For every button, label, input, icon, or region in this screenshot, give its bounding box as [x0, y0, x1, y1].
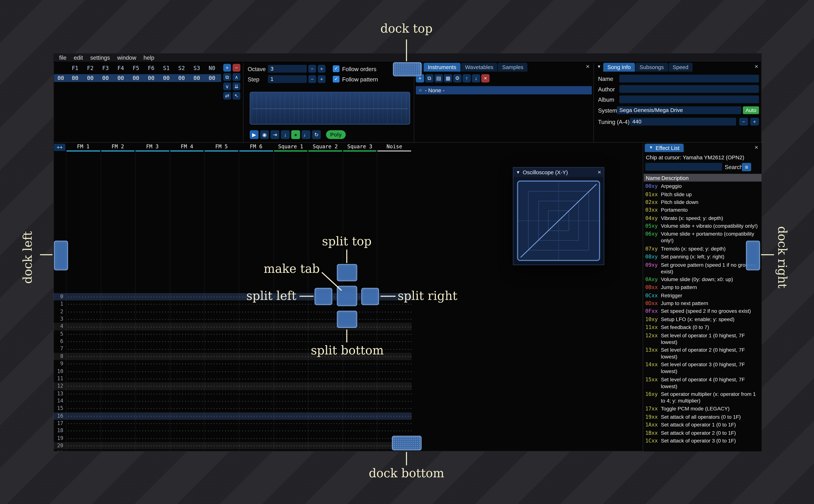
octave-decrease-button[interactable]: − [308, 65, 316, 73]
channel-header-square-2[interactable]: Square 2 [308, 143, 343, 151]
instrument-options-button[interactable]: ⚙ [453, 74, 462, 83]
split-target-bottom[interactable] [337, 311, 357, 328]
pattern-row-4[interactable]: 4 [53, 323, 412, 330]
pattern-row-14[interactable]: 14 [53, 397, 412, 405]
save-instrument-button[interactable]: ▦ [444, 74, 452, 83]
metronome-button[interactable]: ♩ [301, 130, 310, 139]
tab-speed[interactable]: Speed [668, 63, 693, 72]
step-decrease-button[interactable]: − [308, 75, 316, 83]
name-field[interactable] [619, 75, 759, 83]
pattern-row-19[interactable]: 19 [53, 435, 412, 442]
channel-header-noise[interactable]: Noise [377, 143, 412, 151]
pattern-row-9[interactable]: 9 [53, 360, 412, 367]
remove-order-button[interactable]: − [233, 64, 240, 71]
collapse-icon[interactable]: ▼ [597, 64, 601, 69]
menu-item-help[interactable]: help [140, 54, 158, 61]
order-value-cell[interactable]: 00 [98, 74, 113, 82]
pattern-row-20[interactable]: 20 [53, 442, 412, 449]
system-field[interactable]: Sega Genesis/Mega Drive [617, 106, 741, 114]
repeat-pattern-button[interactable]: ↻ [312, 130, 321, 139]
delete-instrument-button[interactable]: × [481, 74, 490, 83]
poly-toggle-button[interactable]: Poly [326, 130, 346, 139]
step-input[interactable]: 1 [268, 75, 307, 83]
pattern-view[interactable]: 0123456789101112131415161718192021 [53, 151, 412, 451]
close-song-info-icon[interactable]: × [753, 63, 760, 71]
duplicate-order-button[interactable]: ⧉ [223, 73, 231, 81]
pattern-row-3[interactable]: 3 [53, 315, 412, 323]
channel-header-fm-2[interactable]: FM 2 [100, 143, 135, 151]
play-from-cursor-button[interactable]: ⇥ [270, 130, 279, 139]
order-change-mode-button[interactable]: ⇄ [223, 92, 231, 99]
tab-effect-list[interactable]: ▼ Effect List [645, 144, 684, 152]
tab-wavetables[interactable]: Wavetables [461, 63, 497, 72]
pattern-row-12[interactable]: 12 [53, 382, 412, 390]
pattern-row-10[interactable]: 10 [53, 367, 412, 375]
pattern-row-1[interactable]: 1 [53, 301, 412, 308]
close-effect-list-icon[interactable]: × [753, 144, 760, 151]
tuning-decrease-button[interactable]: − [739, 118, 748, 125]
tab-samples[interactable]: Samples [498, 63, 528, 72]
channel-header-square-3[interactable]: Square 3 [342, 143, 377, 151]
tab-song-info[interactable]: Song Info [603, 63, 635, 72]
channel-header-fm-5[interactable]: FM 5 [204, 143, 239, 151]
play-button[interactable]: ▶ [250, 130, 259, 139]
duplicate-instrument-button[interactable]: ⧉ [425, 74, 434, 83]
pattern-row-2[interactable]: 2 [53, 308, 412, 315]
order-value-cell[interactable]: 00 [174, 74, 189, 82]
menu-item-file[interactable]: file [55, 54, 70, 61]
channel-header-fm-3[interactable]: FM 3 [135, 143, 170, 151]
duplicate-order-deep-button[interactable]: ⇊ [233, 83, 240, 90]
dock-target-bottom[interactable] [392, 436, 422, 450]
follow-pattern-checkbox[interactable]: ✓ [333, 76, 339, 83]
pattern-row-16[interactable]: 16 [53, 412, 412, 420]
make-tab-target[interactable] [337, 286, 357, 306]
edit-record-button[interactable]: ● [291, 130, 300, 139]
step-increase-button[interactable]: + [318, 75, 325, 83]
effect-search-input[interactable] [645, 163, 722, 171]
pattern-row-21[interactable]: 21 [53, 449, 412, 451]
move-instrument-down-button[interactable]: ↓ [472, 74, 480, 83]
order-edit-cursor-button[interactable]: ↖ [233, 92, 240, 99]
stop-button[interactable]: ↓ [281, 130, 290, 139]
author-field[interactable] [619, 85, 759, 93]
split-target-left[interactable] [315, 288, 332, 305]
tuning-field[interactable]: 440 [630, 118, 736, 125]
play-pattern-button[interactable]: ◉ [260, 130, 269, 139]
close-oscilloscope-icon[interactable]: × [598, 169, 601, 176]
open-instrument-button[interactable]: ▤ [435, 74, 443, 83]
pattern-row-13[interactable]: 13 [53, 390, 412, 397]
pattern-row-5[interactable]: 5 [53, 330, 412, 338]
dock-target-left[interactable] [54, 241, 68, 270]
order-value-cell[interactable]: 00 [113, 74, 128, 82]
order-value-cell[interactable]: 00 [204, 74, 220, 82]
menu-item-window[interactable]: window [114, 54, 140, 61]
order-value-cell[interactable]: 00 [128, 74, 144, 82]
piano-keyboard[interactable] [250, 92, 410, 124]
order-value-cell[interactable]: 00 [67, 74, 83, 82]
split-target-top[interactable] [337, 264, 357, 281]
channel-header-fm-1[interactable]: FM 1 [66, 143, 101, 151]
hamburger-icon[interactable]: ≡ [742, 163, 751, 171]
add-order-button[interactable]: + [223, 64, 231, 71]
octave-input[interactable]: 3 [268, 65, 307, 73]
order-value-cell[interactable]: 00 [189, 74, 204, 82]
order-list-current-row[interactable]: 0000000000000000000000 [54, 74, 221, 82]
collapse-icon[interactable]: ▼ [516, 170, 520, 174]
menu-item-edit[interactable]: edit [70, 54, 86, 61]
tuning-increase-button[interactable]: + [750, 118, 759, 125]
channel-header-square-1[interactable]: Square 1 [273, 143, 308, 151]
collapse-icon[interactable]: ▼ [649, 144, 653, 152]
tab-instruments[interactable]: Instruments [424, 63, 461, 72]
pattern-row-15[interactable]: 15 [53, 405, 412, 412]
instrument-list-item-none[interactable]: ○ - None - [416, 86, 592, 95]
pattern-row-0[interactable]: 0 [53, 293, 412, 300]
move-instrument-up-button[interactable]: ↑ [463, 74, 471, 83]
order-value-cell[interactable]: 00 [144, 74, 159, 82]
album-field[interactable] [619, 95, 759, 103]
dock-target-right[interactable] [746, 241, 760, 270]
tab-subsongs[interactable]: Subsongs [635, 63, 668, 72]
order-value-cell[interactable]: 00 [159, 74, 174, 82]
follow-orders-checkbox[interactable]: ✓ [333, 65, 339, 72]
menu-item-settings[interactable]: settings [87, 54, 114, 61]
pattern-row-11[interactable]: 11 [53, 375, 412, 382]
